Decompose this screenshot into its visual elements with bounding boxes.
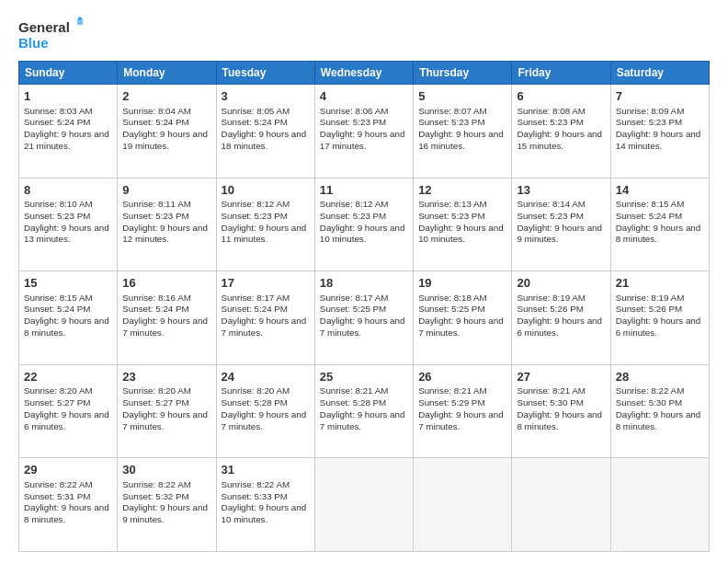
day-number: 3 <box>222 88 310 105</box>
calendar-cell: 5Sunrise: 8:07 AMSunset: 5:23 PMDaylight… <box>414 85 512 178</box>
day-number: 20 <box>517 275 605 292</box>
day-info: Sunrise: 8:18 AMSunset: 5:25 PMDaylight:… <box>418 293 506 339</box>
day-number: 24 <box>222 369 310 385</box>
calendar-cell: 14Sunrise: 8:15 AMSunset: 5:24 PMDayligh… <box>610 178 709 271</box>
day-number: 9 <box>122 182 210 199</box>
day-number: 31 <box>222 462 310 478</box>
day-number: 4 <box>320 88 408 105</box>
calendar-cell <box>414 458 512 552</box>
day-info: Sunrise: 8:05 AMSunset: 5:24 PMDaylight:… <box>222 106 310 153</box>
calendar-cell: 12Sunrise: 8:13 AMSunset: 5:23 PMDayligh… <box>414 178 512 271</box>
day-info: Sunrise: 8:14 AMSunset: 5:23 PMDaylight:… <box>517 199 605 246</box>
calendar-cell <box>314 458 413 552</box>
calendar-cell: 18Sunrise: 8:17 AMSunset: 5:25 PMDayligh… <box>314 271 413 365</box>
calendar-cell: 21Sunrise: 8:19 AMSunset: 5:26 PMDayligh… <box>610 271 709 365</box>
day-info: Sunrise: 8:22 AMSunset: 5:32 PMDaylight:… <box>122 479 210 526</box>
calendar-cell: 9Sunrise: 8:11 AMSunset: 5:23 PMDaylight… <box>118 178 216 271</box>
calendar-cell: 4Sunrise: 8:06 AMSunset: 5:23 PMDaylight… <box>314 85 413 178</box>
day-number: 12 <box>418 182 506 199</box>
calendar-header-row: SundayMondayTuesdayWednesdayThursdayFrid… <box>19 62 710 85</box>
calendar-cell: 23Sunrise: 8:20 AMSunset: 5:27 PMDayligh… <box>118 364 216 458</box>
svg-marker-2 <box>77 17 83 19</box>
calendar-cell: 7Sunrise: 8:09 AMSunset: 5:23 PMDaylight… <box>610 85 709 178</box>
day-number: 23 <box>122 369 210 385</box>
day-number: 19 <box>418 275 506 292</box>
calendar-cell: 17Sunrise: 8:17 AMSunset: 5:24 PMDayligh… <box>216 271 314 365</box>
day-number: 14 <box>616 182 704 199</box>
day-info: Sunrise: 8:08 AMSunset: 5:23 PMDaylight:… <box>517 106 605 153</box>
calendar-cell: 27Sunrise: 8:21 AMSunset: 5:30 PMDayligh… <box>512 364 610 458</box>
day-info: Sunrise: 8:12 AMSunset: 5:23 PMDaylight:… <box>222 199 310 246</box>
day-info: Sunrise: 8:20 AMSunset: 5:28 PMDaylight:… <box>222 385 310 432</box>
col-header-friday: Friday <box>512 62 610 85</box>
day-number: 1 <box>24 88 112 105</box>
calendar-cell: 26Sunrise: 8:21 AMSunset: 5:29 PMDayligh… <box>414 364 512 458</box>
col-header-tuesday: Tuesday <box>216 62 314 85</box>
header: General Blue <box>18 17 710 52</box>
day-number: 16 <box>122 275 210 292</box>
day-info: Sunrise: 8:22 AMSunset: 5:30 PMDaylight:… <box>616 385 704 432</box>
day-info: Sunrise: 8:22 AMSunset: 5:31 PMDaylight:… <box>24 479 112 526</box>
calendar-cell: 3Sunrise: 8:05 AMSunset: 5:24 PMDaylight… <box>216 85 314 178</box>
day-info: Sunrise: 8:21 AMSunset: 5:28 PMDaylight:… <box>320 385 408 432</box>
calendar-week-3: 15Sunrise: 8:15 AMSunset: 5:24 PMDayligh… <box>19 271 710 365</box>
day-info: Sunrise: 8:19 AMSunset: 5:26 PMDaylight:… <box>517 293 605 339</box>
calendar-week-5: 29Sunrise: 8:22 AMSunset: 5:31 PMDayligh… <box>19 458 710 552</box>
day-info: Sunrise: 8:22 AMSunset: 5:33 PMDaylight:… <box>222 479 310 526</box>
col-header-monday: Monday <box>118 62 216 85</box>
calendar-cell: 28Sunrise: 8:22 AMSunset: 5:30 PMDayligh… <box>610 364 709 458</box>
calendar-cell: 10Sunrise: 8:12 AMSunset: 5:23 PMDayligh… <box>216 178 314 271</box>
day-number: 5 <box>418 88 506 105</box>
calendar-cell: 6Sunrise: 8:08 AMSunset: 5:23 PMDaylight… <box>512 85 610 178</box>
calendar-cell: 16Sunrise: 8:16 AMSunset: 5:24 PMDayligh… <box>118 271 216 365</box>
day-info: Sunrise: 8:19 AMSunset: 5:26 PMDaylight:… <box>616 293 704 339</box>
calendar-cell <box>610 458 709 552</box>
day-info: Sunrise: 8:20 AMSunset: 5:27 PMDaylight:… <box>122 385 210 432</box>
day-number: 8 <box>24 182 112 199</box>
day-info: Sunrise: 8:04 AMSunset: 5:24 PMDaylight:… <box>122 106 210 153</box>
day-number: 7 <box>616 88 704 105</box>
calendar-table: SundayMondayTuesdayWednesdayThursdayFrid… <box>18 61 710 552</box>
svg-text:General: General <box>18 19 70 35</box>
svg-rect-3 <box>77 19 83 25</box>
calendar-week-4: 22Sunrise: 8:20 AMSunset: 5:27 PMDayligh… <box>19 364 710 458</box>
day-number: 6 <box>517 88 605 105</box>
day-info: Sunrise: 8:03 AMSunset: 5:24 PMDaylight:… <box>24 106 112 153</box>
calendar-cell <box>512 458 610 552</box>
day-info: Sunrise: 8:15 AMSunset: 5:24 PMDaylight:… <box>616 199 704 246</box>
day-info: Sunrise: 8:06 AMSunset: 5:23 PMDaylight:… <box>320 106 408 153</box>
calendar-cell: 20Sunrise: 8:19 AMSunset: 5:26 PMDayligh… <box>512 271 610 365</box>
day-info: Sunrise: 8:16 AMSunset: 5:24 PMDaylight:… <box>122 293 210 339</box>
day-number: 22 <box>24 369 112 385</box>
calendar-cell: 13Sunrise: 8:14 AMSunset: 5:23 PMDayligh… <box>512 178 610 271</box>
page: General Blue SundayMondayTuesdayWednesda… <box>0 0 728 563</box>
day-info: Sunrise: 8:20 AMSunset: 5:27 PMDaylight:… <box>24 385 112 432</box>
day-number: 29 <box>24 462 112 478</box>
day-number: 18 <box>320 275 408 292</box>
calendar-cell: 31Sunrise: 8:22 AMSunset: 5:33 PMDayligh… <box>216 458 314 552</box>
day-number: 25 <box>320 369 408 385</box>
col-header-saturday: Saturday <box>610 62 709 85</box>
day-number: 11 <box>320 182 408 199</box>
day-info: Sunrise: 8:07 AMSunset: 5:23 PMDaylight:… <box>418 106 506 153</box>
day-info: Sunrise: 8:10 AMSunset: 5:23 PMDaylight:… <box>24 199 112 246</box>
day-info: Sunrise: 8:17 AMSunset: 5:25 PMDaylight:… <box>320 293 408 339</box>
col-header-thursday: Thursday <box>414 62 512 85</box>
day-number: 15 <box>24 275 112 292</box>
calendar-cell: 1Sunrise: 8:03 AMSunset: 5:24 PMDaylight… <box>19 85 118 178</box>
calendar-week-2: 8Sunrise: 8:10 AMSunset: 5:23 PMDaylight… <box>19 178 710 271</box>
day-number: 13 <box>517 182 605 199</box>
day-info: Sunrise: 8:21 AMSunset: 5:29 PMDaylight:… <box>418 385 506 432</box>
col-header-wednesday: Wednesday <box>314 62 413 85</box>
day-info: Sunrise: 8:13 AMSunset: 5:23 PMDaylight:… <box>418 199 506 246</box>
calendar-cell: 19Sunrise: 8:18 AMSunset: 5:25 PMDayligh… <box>414 271 512 365</box>
day-info: Sunrise: 8:09 AMSunset: 5:23 PMDaylight:… <box>616 106 704 153</box>
calendar-cell: 24Sunrise: 8:20 AMSunset: 5:28 PMDayligh… <box>216 364 314 458</box>
calendar-cell: 29Sunrise: 8:22 AMSunset: 5:31 PMDayligh… <box>19 458 118 552</box>
calendar-cell: 2Sunrise: 8:04 AMSunset: 5:24 PMDaylight… <box>118 85 216 178</box>
day-number: 17 <box>222 275 310 292</box>
day-info: Sunrise: 8:12 AMSunset: 5:23 PMDaylight:… <box>320 199 408 246</box>
day-number: 26 <box>418 369 506 385</box>
col-header-sunday: Sunday <box>19 62 118 85</box>
day-number: 27 <box>517 369 605 385</box>
